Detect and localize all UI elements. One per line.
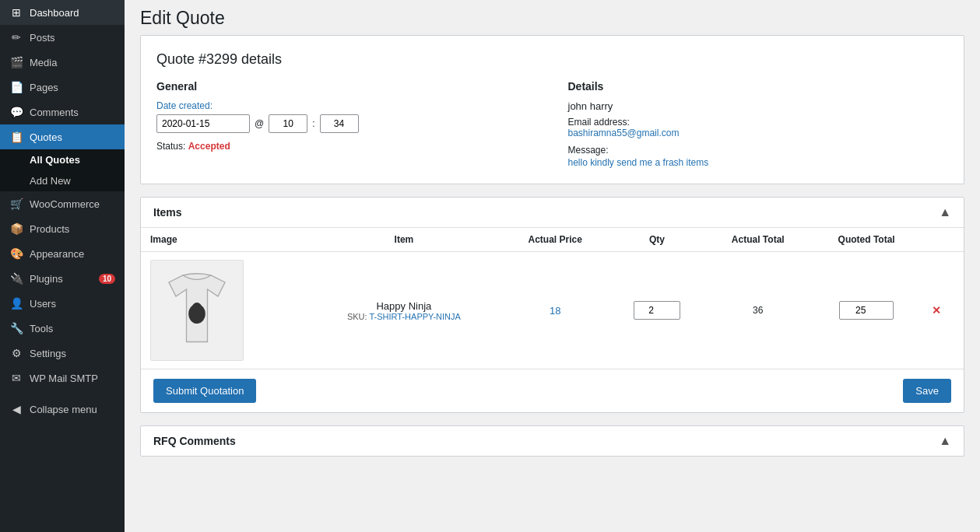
- sidebar-item-woocommerce[interactable]: 🛒 WooCommerce: [0, 191, 125, 216]
- sku-label: SKU:: [347, 312, 367, 321]
- media-icon: 🎬: [9, 56, 23, 68]
- tshirt-svg: [162, 268, 232, 353]
- remove-row-button[interactable]: ✕: [932, 304, 941, 317]
- plugins-icon: 🔌: [9, 272, 23, 285]
- rfq-title: RFQ Comments: [153, 435, 236, 447]
- quotes-submenu: All Quotes Add New: [0, 149, 125, 191]
- sidebar-item-plugins[interactable]: 🔌 Plugins 10: [0, 266, 125, 291]
- remove-cell: ✕: [922, 252, 964, 369]
- collapse-menu-label: Collapse menu: [30, 404, 115, 415]
- time-hour-input[interactable]: [269, 114, 307, 133]
- card-body: Quote #3299 details General Date created…: [141, 36, 964, 184]
- sidebar-item-label: Pages: [30, 82, 115, 93]
- email-value[interactable]: bashiramna55@gmail.com: [568, 128, 949, 138]
- email-label: Email address:: [568, 117, 949, 128]
- sidebar-item-label: Tools: [30, 323, 115, 334]
- submenu-add-new[interactable]: Add New: [0, 170, 125, 191]
- sidebar-item-comments[interactable]: 💬 Comments: [0, 100, 125, 124]
- woocommerce-icon: 🛒: [9, 198, 23, 210]
- table-row: Happy Ninja SKU: T-SHIRT-HAPPY-NINJA 18 …: [141, 252, 964, 369]
- actual-total-cell: 36: [705, 252, 810, 369]
- mail-icon: ✉: [9, 372, 23, 384]
- colon-separator: :: [312, 118, 314, 129]
- col-item: Item: [307, 228, 502, 252]
- sidebar-item-pages[interactable]: 📄 Pages: [0, 75, 125, 100]
- rfq-comments-card: RFQ Comments ▲: [140, 425, 964, 457]
- product-image-cell: [141, 252, 307, 369]
- sidebar-item-label: Products: [30, 223, 115, 235]
- date-input[interactable]: [156, 114, 250, 133]
- sidebar-item-label: Users: [30, 298, 115, 310]
- qty-input[interactable]: [634, 301, 680, 320]
- status-value: Accepted: [188, 141, 230, 152]
- product-name-cell: Happy Ninja SKU: T-SHIRT-HAPPY-NINJA: [307, 252, 502, 369]
- date-created-label: Date created:: [156, 100, 537, 111]
- svg-point-1: [192, 303, 202, 313]
- actual-total: 36: [753, 305, 763, 316]
- sidebar-item-media[interactable]: 🎬 Media: [0, 50, 125, 75]
- appearance-icon: 🎨: [9, 247, 23, 260]
- sidebar-item-wp-mail-smtp[interactable]: ✉ WP Mail SMTP: [0, 366, 125, 390]
- message-label: Message:: [568, 145, 949, 156]
- sidebar-item-posts[interactable]: ✏ Posts: [0, 25, 125, 50]
- submenu-all-quotes[interactable]: All Quotes: [0, 149, 125, 170]
- main-content: Edit Quote Quote #3299 details General D…: [125, 0, 980, 532]
- rfq-collapse-icon[interactable]: ▲: [939, 434, 951, 448]
- sidebar-item-label: Plugins: [30, 273, 93, 285]
- sidebar: ⊞ Dashboard ✏ Posts 🎬 Media 📄 Pages 💬 Co…: [0, 0, 125, 532]
- item-name: Happy Ninja: [316, 300, 493, 312]
- sidebar-item-dashboard[interactable]: ⊞ Dashboard: [0, 0, 125, 25]
- items-collapse-icon[interactable]: ▲: [939, 205, 951, 219]
- col-qty: Qty: [609, 228, 705, 252]
- items-section-title: Items: [153, 206, 182, 219]
- date-row: @ :: [156, 114, 537, 133]
- sidebar-item-label: Dashboard: [30, 7, 115, 19]
- col-actual-price: Actual Price: [501, 228, 609, 252]
- quoted-total-cell: [810, 252, 922, 369]
- settings-icon: ⚙: [9, 347, 23, 359]
- sidebar-item-tools[interactable]: 🔧 Tools: [0, 316, 125, 341]
- customer-name: john harry: [568, 100, 949, 112]
- page-header: Edit Quote: [125, 0, 980, 35]
- time-minute-input[interactable]: [320, 114, 359, 133]
- sidebar-item-quotes[interactable]: 📋 Quotes: [0, 124, 125, 149]
- items-card: Items ▲ Image Item Actual Price Qty Actu…: [140, 197, 964, 413]
- two-column-layout: General Date created: @ : Status: Accept…: [156, 80, 948, 168]
- quoted-total-input[interactable]: [839, 301, 894, 320]
- collapse-menu-button[interactable]: ◀ Collapse menu: [0, 397, 125, 422]
- comments-icon: 💬: [9, 106, 23, 118]
- actual-price-cell: 18: [501, 252, 609, 369]
- posts-icon: ✏: [9, 31, 23, 44]
- sku-value: T-SHIRT-HAPPY-NINJA: [369, 312, 460, 321]
- details-section: Details john harry Email address: bashir…: [568, 80, 949, 168]
- sidebar-item-label: Quotes: [30, 131, 115, 143]
- sidebar-item-label: Posts: [30, 32, 115, 44]
- quote-details-card: Quote #3299 details General Date created…: [140, 35, 964, 184]
- sidebar-item-appearance[interactable]: 🎨 Appearance: [0, 241, 125, 266]
- product-image: [150, 260, 244, 361]
- dashboard-icon: ⊞: [9, 6, 23, 19]
- items-table: Image Item Actual Price Qty Actual Total…: [141, 228, 964, 369]
- plugins-badge: 10: [99, 274, 115, 284]
- col-quoted-total: Quoted Total: [810, 228, 922, 252]
- sidebar-item-label: Settings: [30, 348, 115, 359]
- sidebar-item-settings[interactable]: ⚙ Settings: [0, 341, 125, 366]
- sidebar-item-users[interactable]: 👤 Users: [0, 291, 125, 316]
- page-title: Edit Quote: [140, 8, 964, 29]
- rfq-header: RFQ Comments ▲: [141, 426, 964, 456]
- actual-price: 18: [550, 305, 560, 317]
- sidebar-item-label: WooCommerce: [30, 198, 115, 210]
- sidebar-item-products[interactable]: 📦 Products: [0, 216, 125, 241]
- sidebar-item-label: Appearance: [30, 248, 115, 260]
- quote-details-title: Quote #3299 details: [156, 51, 948, 68]
- sidebar-item-label: Comments: [30, 107, 115, 118]
- collapse-icon: ◀: [9, 403, 23, 415]
- details-section-title: Details: [568, 80, 949, 93]
- sidebar-item-label: Media: [30, 57, 115, 68]
- submit-quotation-button[interactable]: Submit Quotation: [153, 379, 256, 403]
- products-icon: 📦: [9, 222, 23, 235]
- status-line: Status: Accepted: [156, 141, 537, 152]
- items-footer: Submit Quotation Save: [141, 369, 964, 412]
- save-button[interactable]: Save: [903, 379, 951, 403]
- col-actual-total: Actual Total: [705, 228, 810, 252]
